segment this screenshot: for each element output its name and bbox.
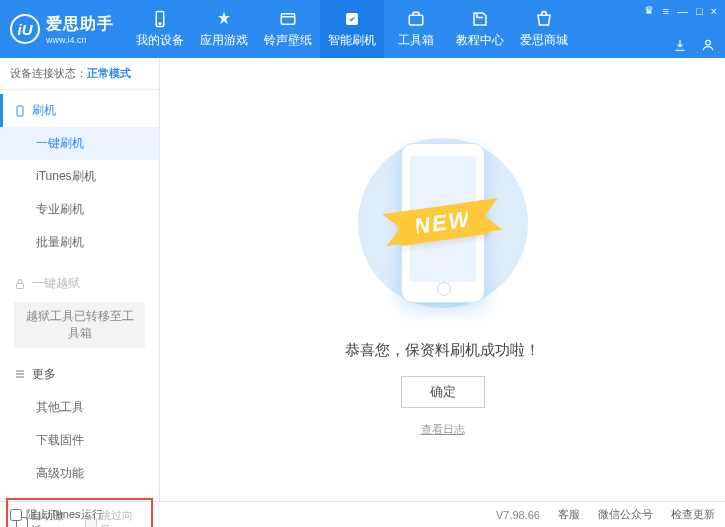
topnav-item-5[interactable]: 教程中心	[448, 0, 512, 58]
svg-rect-2	[281, 14, 295, 25]
sidebar-header-flash[interactable]: 刷机	[0, 94, 159, 127]
sidebar-item-flash-0[interactable]: 一键刷机	[0, 127, 159, 160]
download-button[interactable]	[673, 38, 687, 52]
maximize-icon[interactable]: □	[696, 5, 703, 17]
nav-icon	[342, 9, 362, 29]
brand-name: 爱思助手	[46, 14, 114, 35]
nav-icon	[534, 9, 554, 29]
sidebar-item-more-1[interactable]: 下载固件	[0, 424, 159, 457]
list-icon	[14, 368, 26, 380]
sidebar-item-flash-3[interactable]: 批量刷机	[0, 226, 159, 259]
svg-rect-4	[409, 15, 423, 25]
lock-icon	[14, 278, 26, 290]
device-status: 设备连接状态：正常模式	[0, 58, 159, 90]
view-log-link[interactable]: 查看日志	[421, 422, 465, 437]
close-icon[interactable]: ×	[711, 5, 717, 17]
ok-button[interactable]: 确定	[401, 376, 485, 408]
jailbreak-moved-note: 越狱工具已转移至工具箱	[14, 302, 145, 348]
topnav-item-1[interactable]: 应用游戏	[192, 0, 256, 58]
logo-area: iU 爱思助手 www.i4.cn	[0, 14, 128, 45]
sidebar-item-flash-1[interactable]: iTunes刷机	[0, 160, 159, 193]
sidebar-header-jailbreak: 一键越狱	[0, 267, 159, 300]
nav-icon	[214, 9, 234, 29]
topnav-item-4[interactable]: 工具箱	[384, 0, 448, 58]
topnav-item-2[interactable]: 铃声壁纸	[256, 0, 320, 58]
svg-rect-7	[17, 283, 24, 288]
nav-icon	[150, 9, 170, 29]
success-message: 恭喜您，保资料刷机成功啦！	[345, 341, 540, 360]
top-nav: 我的设备应用游戏铃声壁纸智能刷机工具箱教程中心爱思商城	[128, 0, 576, 58]
nav-icon	[470, 9, 490, 29]
block-itunes-checkbox[interactable]: 阻止iTunes运行	[10, 507, 103, 522]
menu-icon[interactable]: ≡	[662, 5, 668, 17]
minimize-icon[interactable]: —	[677, 5, 688, 17]
main-content: NEW 恭喜您，保资料刷机成功啦！ 确定 查看日志	[160, 58, 725, 501]
sidebar: 设备连接状态：正常模式 刷机 一键刷机iTunes刷机专业刷机批量刷机 一键越狱…	[0, 58, 160, 501]
sidebar-item-more-2[interactable]: 高级功能	[0, 457, 159, 490]
topnav-item-6[interactable]: 爱思商城	[512, 0, 576, 58]
version-label: V7.98.66	[496, 509, 540, 521]
phone-icon	[14, 105, 26, 117]
topnav-item-3[interactable]: 智能刷机	[320, 0, 384, 58]
wechat-link[interactable]: 微信公众号	[598, 507, 653, 522]
svg-point-5	[706, 40, 711, 45]
account-button[interactable]	[701, 38, 715, 52]
customer-service-link[interactable]: 客服	[558, 507, 580, 522]
device-mode: 正常模式	[87, 67, 131, 79]
success-illustration: NEW	[353, 123, 533, 323]
titlebar: iU 爱思助手 www.i4.cn 我的设备应用游戏铃声壁纸智能刷机工具箱教程中…	[0, 0, 725, 58]
svg-point-1	[159, 23, 161, 25]
sidebar-header-more[interactable]: 更多	[0, 358, 159, 391]
topnav-item-0[interactable]: 我的设备	[128, 0, 192, 58]
nav-icon	[278, 9, 298, 29]
logo-icon: iU	[10, 14, 40, 44]
vip-icon[interactable]: ♛	[644, 4, 654, 17]
brand-url: www.i4.cn	[46, 35, 114, 45]
sidebar-item-flash-2[interactable]: 专业刷机	[0, 193, 159, 226]
window-controls: ♛ ≡ — □ ×	[644, 4, 717, 17]
svg-rect-6	[17, 106, 23, 116]
check-update-link[interactable]: 检查更新	[671, 507, 715, 522]
nav-icon	[406, 9, 426, 29]
sidebar-item-more-0[interactable]: 其他工具	[0, 391, 159, 424]
